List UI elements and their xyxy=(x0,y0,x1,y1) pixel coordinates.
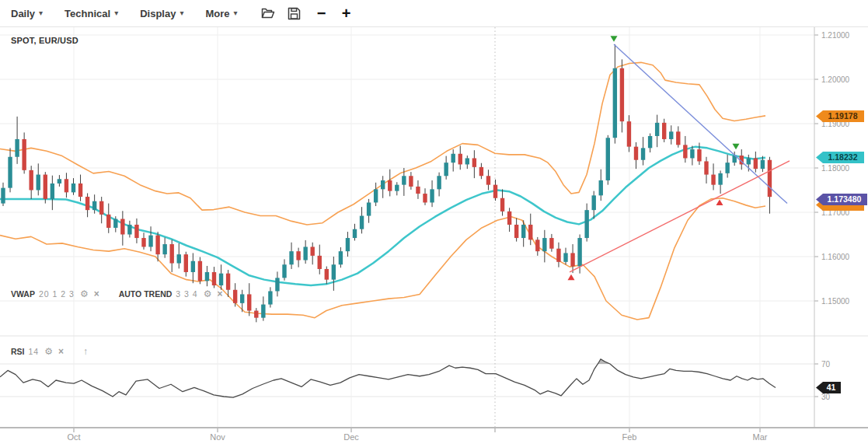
bollinger-lower-line xyxy=(0,198,765,320)
svg-text:Mar: Mar xyxy=(753,432,768,442)
chevron-down-icon: ▾ xyxy=(180,9,183,17)
vwap-price-badge: 1.18232 xyxy=(816,152,864,163)
svg-text:1.21000: 1.21000 xyxy=(821,31,850,40)
last-price-badge: 1.173480 xyxy=(816,194,867,205)
close-icon[interactable]: × xyxy=(94,289,99,299)
open-folder-icon xyxy=(261,7,275,19)
svg-text:1.20000: 1.20000 xyxy=(821,75,850,84)
vwap-legend-name: VWAP xyxy=(11,289,35,299)
rsi-legend-params: 14 xyxy=(29,347,40,356)
close-icon[interactable]: × xyxy=(217,289,222,299)
save-button[interactable] xyxy=(286,5,303,22)
autotrend-legend-params: 3 3 4 xyxy=(176,289,197,299)
open-folder-button[interactable] xyxy=(260,5,277,22)
menu-display-label: Display xyxy=(140,8,176,19)
rsi-legend-name: RSI xyxy=(11,347,25,356)
svg-text:Feb: Feb xyxy=(622,432,637,442)
svg-text:1.16000: 1.16000 xyxy=(821,253,850,261)
candles xyxy=(1,44,772,322)
menu-more-label: More xyxy=(205,8,229,19)
svg-text:30: 30 xyxy=(821,393,831,401)
gear-icon[interactable]: ⚙ xyxy=(204,289,212,299)
rsi-plot xyxy=(0,359,776,397)
vwap-line xyxy=(0,147,765,285)
pivot-high-marker xyxy=(611,36,618,42)
gear-icon[interactable]: ⚙ xyxy=(80,289,89,299)
zoom-out-button[interactable]: − xyxy=(312,5,331,22)
chevron-down-icon: ▾ xyxy=(234,9,238,17)
menu-technical[interactable]: Technical ▾ xyxy=(64,8,118,19)
vwap-legend-params: 20 1 2 3 xyxy=(39,289,75,299)
close-icon[interactable]: × xyxy=(58,347,64,356)
pivot-low-marker xyxy=(568,274,575,281)
autotrend-legend-name: AUTO TREND xyxy=(119,289,173,299)
rsi-line xyxy=(0,359,776,397)
menu-daily[interactable]: Daily ▾ xyxy=(11,8,43,19)
menu-daily-label: Daily xyxy=(11,8,35,19)
price-gridlines: 1.210001.200001.190001.180001.170001.160… xyxy=(0,31,850,306)
uptrend-line xyxy=(570,161,790,272)
svg-text:Nov: Nov xyxy=(210,432,225,442)
menu-display[interactable]: Display ▾ xyxy=(140,8,183,19)
upper-band-price-badge: 1.19178 xyxy=(816,110,864,122)
symbol-label: SPOT, EUR/USD xyxy=(11,36,78,45)
app-toolbar: Daily ▾ Technical ▾ Display ▾ More ▾ − + xyxy=(0,0,868,27)
svg-text:1.18000: 1.18000 xyxy=(821,164,850,173)
save-icon xyxy=(288,7,301,20)
menu-more[interactable]: More ▾ xyxy=(205,8,237,19)
zoom-in-button[interactable]: + xyxy=(337,5,356,22)
main-chart[interactable]: 1.210001.200001.190001.180001.170001.160… xyxy=(0,0,868,444)
svg-text:Dec: Dec xyxy=(343,432,359,442)
trend-markers xyxy=(568,36,740,280)
rsi-legend: RSI 14 ⚙ × ↑ xyxy=(11,347,93,356)
chevron-down-icon: ▾ xyxy=(39,9,43,17)
pivot-low-marker xyxy=(716,199,723,205)
chevron-down-icon: ▾ xyxy=(114,9,118,17)
gear-icon[interactable]: ⚙ xyxy=(44,347,53,356)
move-panel-up-icon[interactable]: ↑ xyxy=(83,347,88,356)
pivot-high-marker xyxy=(733,144,740,150)
menu-technical-label: Technical xyxy=(64,8,110,19)
svg-text:70: 70 xyxy=(821,360,831,369)
svg-text:1.15000: 1.15000 xyxy=(821,297,850,306)
overlay-legends: VWAP 20 1 2 3 ⚙ × AUTO TREND 3 3 4 ⚙ × xyxy=(11,289,228,299)
svg-text:Oct: Oct xyxy=(67,432,80,442)
